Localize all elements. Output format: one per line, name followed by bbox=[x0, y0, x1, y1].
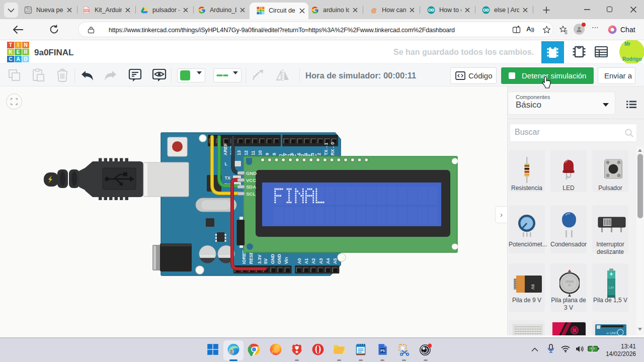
svg-text:5V: 5V bbox=[263, 258, 268, 264]
svg-text:A2: A2 bbox=[311, 258, 316, 264]
svg-text:PS: PS bbox=[380, 349, 385, 352]
svg-text:A5: A5 bbox=[333, 258, 338, 264]
svg-text:10: 10 bbox=[258, 150, 263, 155]
svg-text:GND: GND bbox=[270, 254, 275, 264]
svg-text:TX: TX bbox=[224, 175, 230, 180]
svg-text:∞ UNO: ∞ UNO bbox=[606, 331, 618, 335]
svg-text:1.5V: 1.5V bbox=[609, 286, 614, 289]
svg-text:9: 9 bbox=[265, 153, 270, 155]
svg-text:L: L bbox=[225, 161, 228, 166]
svg-text:VCC: VCC bbox=[246, 177, 256, 183]
svg-text:GND: GND bbox=[277, 254, 282, 264]
svg-text:SCL: SCL bbox=[246, 191, 256, 197]
svg-text:TX→1: TX→1 bbox=[324, 142, 329, 155]
svg-text:9V: 9V bbox=[530, 284, 535, 290]
svg-text:8: 8 bbox=[272, 153, 277, 155]
svg-text:A4: A4 bbox=[326, 258, 331, 264]
svg-text:3V: 3V bbox=[568, 284, 571, 287]
svg-text:RX←0: RX←0 bbox=[330, 142, 335, 155]
svg-text:CR2032: CR2032 bbox=[566, 281, 574, 283]
svg-text:A3: A3 bbox=[318, 258, 324, 264]
svg-text:11: 11 bbox=[251, 150, 256, 155]
svg-text:2: 2 bbox=[316, 153, 321, 155]
svg-text:3.3V: 3.3V bbox=[257, 254, 262, 264]
svg-text:A0: A0 bbox=[297, 258, 302, 264]
svg-text:Vin: Vin bbox=[284, 257, 289, 264]
svg-text:13: 13 bbox=[236, 150, 242, 155]
svg-text:AREF: AREF bbox=[223, 143, 228, 155]
svg-text:A1: A1 bbox=[304, 258, 309, 264]
svg-text:12: 12 bbox=[244, 150, 249, 155]
svg-text:GND: GND bbox=[246, 170, 257, 176]
svg-text:SDA: SDA bbox=[246, 184, 256, 190]
